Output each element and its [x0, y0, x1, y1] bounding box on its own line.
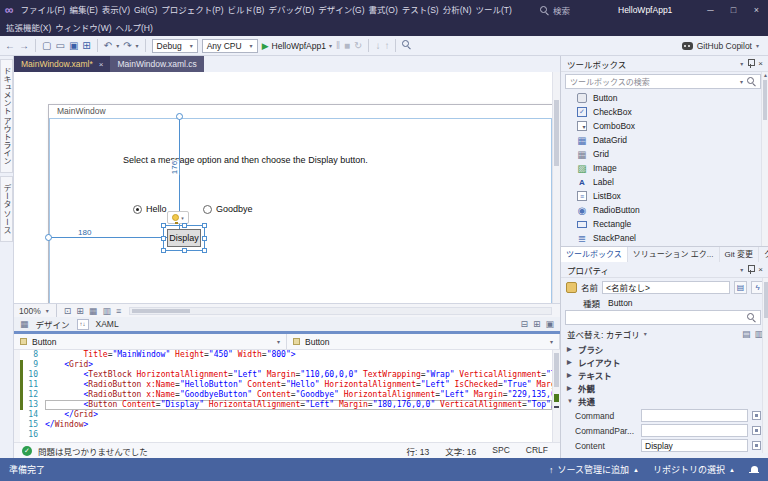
properties-search-input[interactable] — [565, 310, 761, 325]
snaplines-icon[interactable]: ▥ — [102, 305, 111, 317]
close-icon[interactable]: × — [758, 59, 763, 68]
design-view-tab[interactable]: デザイン — [36, 318, 70, 330]
property-marker[interactable] — [752, 411, 761, 420]
breadcrumb-element-right[interactable]: Button ▾ — [287, 334, 560, 349]
content-input[interactable]: Display — [641, 439, 748, 452]
minimize-button[interactable]: ─ — [699, 0, 722, 20]
toolbox-search-input[interactable]: ツールボックスの検索 ▾ — [565, 74, 761, 89]
select-repository-button[interactable]: リポジトリの選択 ▲ — [653, 463, 735, 476]
zoom-level-dropdown[interactable]: 100% — [19, 306, 41, 316]
menu-item[interactable]: ファイル(F) — [19, 0, 68, 20]
code-line[interactable]: 9 <Grid> — [20, 360, 552, 370]
code-line[interactable]: 16 — [20, 430, 552, 440]
code-line[interactable]: 11 <RadioButton x:Name="HelloButton" Con… — [20, 380, 552, 390]
resize-handle[interactable] — [161, 248, 166, 253]
menu-item[interactable]: ウィンドウ(W) — [53, 20, 113, 36]
resize-handle[interactable] — [161, 223, 166, 228]
scrollbar-thumb[interactable] — [554, 353, 559, 387]
anchor-left-icon[interactable] — [45, 234, 52, 241]
code-line[interactable]: 12 <RadioButton x:Name="GoodbyeButton" C… — [20, 390, 552, 400]
xaml-view-tab[interactable]: XAML — [96, 319, 119, 329]
horizontal-split-icon[interactable]: ⊞ — [533, 318, 541, 330]
undo-icon[interactable]: ↶ — [104, 37, 112, 55]
toolbox-item-grid[interactable]: Grid — [561, 147, 761, 161]
design-window-client-area[interactable] — [49, 118, 552, 303]
vertical-split-icon[interactable]: ⊟ — [520, 318, 528, 330]
section-brushes[interactable]: ▶ ブラシ — [561, 342, 768, 355]
navigate-forward-icon[interactable]: → — [19, 37, 29, 55]
code-vertical-scrollbar[interactable] — [552, 350, 560, 442]
toolbox-item-button[interactable]: Button — [561, 91, 761, 105]
pin-icon[interactable] — [747, 59, 754, 69]
resize-handle[interactable] — [202, 223, 207, 228]
designer-horizontal-scrollbar[interactable] — [129, 307, 552, 315]
caret-column-indicator[interactable]: 文字: 16 — [445, 445, 476, 457]
breadcrumb-element-left[interactable]: Button ▾ — [14, 334, 287, 349]
tab-data-sources[interactable]: データ ソース — [0, 176, 13, 242]
menu-item[interactable]: 編集(E) — [67, 0, 99, 20]
properties-view-icon[interactable]: ▤ — [734, 281, 747, 294]
swap-panes-button[interactable]: ↑↓ — [77, 319, 89, 330]
find-in-files-icon[interactable] — [402, 37, 411, 55]
add-to-source-control-button[interactable]: ↑ ソース管理に追加 ▲ — [549, 463, 639, 476]
toolbox-item-radiobutton[interactable]: RadioButton — [561, 203, 761, 217]
property-marker[interactable] — [752, 441, 761, 450]
caret-line-indicator[interactable]: 行: 13 — [406, 445, 429, 457]
toolbox-item-datagrid[interactable]: DataGrid — [561, 133, 761, 147]
section-common[interactable]: ▼ 共通 — [561, 394, 768, 407]
section-appearance[interactable]: ▶ 外観 — [561, 381, 768, 394]
github-copilot-button[interactable]: GitHub Copilot ▾ — [682, 41, 763, 51]
save-icon[interactable]: ▣ — [69, 37, 78, 55]
resize-handle[interactable] — [182, 223, 187, 228]
designer-vertical-scrollbar[interactable] — [552, 72, 560, 303]
undo-dropdown-icon[interactable]: ▾ — [116, 42, 119, 49]
toolbox-item-combobox[interactable]: ComboBox — [561, 119, 761, 133]
command-input[interactable] — [641, 409, 748, 422]
solution-platform-dropdown[interactable]: Any CPU▾ — [202, 39, 258, 53]
line-ending-indicator[interactable]: CRLF — [526, 445, 548, 457]
sort-az-icon[interactable]: ▤ — [742, 329, 751, 339]
menu-item[interactable]: 分析(N) — [441, 0, 474, 20]
indentation-indicator[interactable]: SPC — [492, 445, 509, 457]
resize-handle[interactable] — [202, 248, 207, 253]
menu-item[interactable]: テスト(S) — [400, 0, 441, 20]
design-radio-hello[interactable]: Hello — [133, 204, 167, 214]
toolbox-item-image[interactable]: Image — [561, 161, 761, 175]
chevron-down-icon[interactable]: ▾ — [740, 60, 743, 67]
menu-item[interactable]: プロジェクト(P) — [159, 0, 225, 20]
scrollbar-thumb[interactable] — [132, 309, 190, 313]
scrollbar-thumb[interactable] — [763, 80, 767, 120]
resize-handle[interactable] — [202, 236, 207, 241]
code-line[interactable]: 13 <Button Content="Display" HorizontalA… — [20, 400, 552, 410]
notifications-bell-icon[interactable] — [749, 465, 759, 475]
title-search[interactable]: 検索 — [540, 0, 570, 20]
stop-icon[interactable]: ■ — [344, 37, 350, 55]
show-grid-icon[interactable]: ⊞ — [76, 305, 84, 317]
menu-item[interactable]: ツール(T) — [473, 0, 513, 20]
tab-solution-explorer[interactable]: ソリューション エク... — [628, 247, 720, 262]
menu-item[interactable]: ビルド(B) — [226, 0, 267, 20]
redo-dropdown-icon[interactable]: ▾ — [136, 42, 139, 49]
open-file-icon[interactable]: ▭ — [55, 37, 64, 55]
scrollbar-thumb[interactable] — [554, 100, 559, 166]
show-annotations-icon[interactable]: ≡ — [116, 305, 121, 317]
step-out-icon[interactable]: ↑ — [384, 37, 389, 55]
design-radio-goodbye[interactable]: Goodbye — [203, 204, 253, 214]
tab-mainwindow-xaml[interactable]: MainWindow.xaml* × — [14, 56, 110, 72]
start-debugging-button[interactable]: ▶ HelloWpfApp1 ▾ — [262, 41, 332, 51]
code-line[interactable]: 10 <TextBlock HorizontalAlignment="Left"… — [20, 370, 552, 380]
name-input[interactable]: <名前なし> — [602, 281, 730, 294]
toolbox-scrollbar[interactable]: ▲ — [761, 72, 768, 246]
toolbox-item-rectangle[interactable]: Rectangle — [561, 217, 761, 231]
section-text[interactable]: ▶ テキスト — [561, 368, 768, 381]
menu-item[interactable]: デザイン(G) — [316, 0, 366, 20]
step-into-icon[interactable]: ↓ — [375, 37, 380, 55]
anchor-top-icon[interactable] — [176, 113, 183, 120]
resize-handle[interactable] — [182, 248, 187, 253]
menu-item[interactable]: デバッグ(D) — [266, 0, 316, 20]
redo-icon[interactable]: ↷ — [123, 37, 131, 55]
resize-handle[interactable] — [161, 236, 166, 241]
toolbox-item-label[interactable]: Label — [561, 175, 761, 189]
scrollbar-thumb[interactable] — [764, 282, 768, 318]
tab-class-view[interactable]: クラス ビュー — [759, 247, 768, 262]
